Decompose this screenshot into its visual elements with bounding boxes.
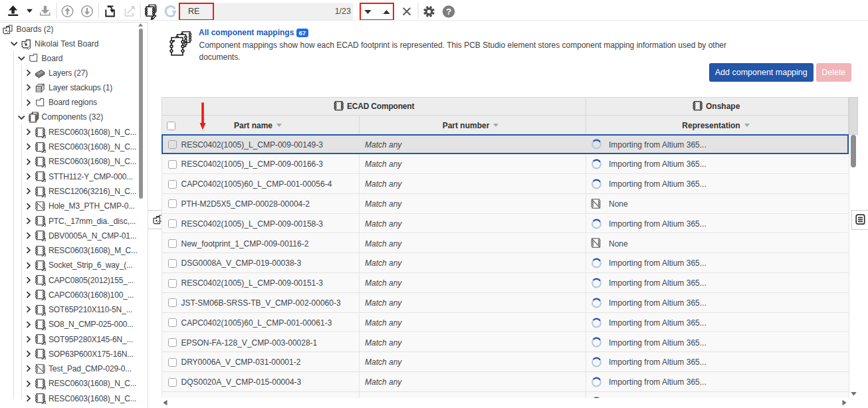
svg-text:?: ?: [446, 7, 451, 17]
